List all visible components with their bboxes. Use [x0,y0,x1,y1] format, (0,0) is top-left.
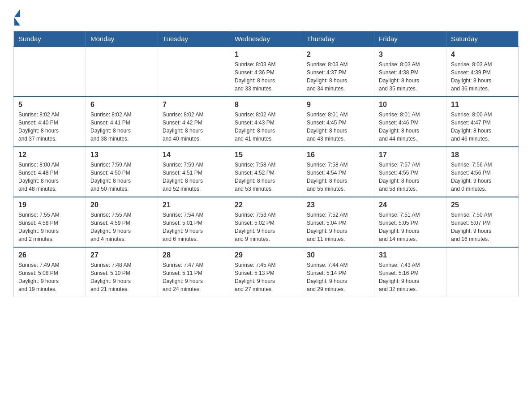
day-of-week-header: Tuesday [158,31,230,47]
calendar-day-cell: 20Sunrise: 7:55 AMSunset: 4:59 PMDayligh… [86,197,158,247]
day-of-week-header: Saturday [446,31,519,47]
day-number: 3 [379,51,442,59]
day-info: Sunrise: 8:02 AMSunset: 4:43 PMDaylight:… [235,111,297,143]
day-number: 10 [379,101,442,109]
day-info: Sunrise: 8:03 AMSunset: 4:39 PMDaylight:… [451,60,514,93]
day-of-week-header: Friday [374,31,446,47]
day-info: Sunrise: 8:03 AMSunset: 4:38 PMDaylight:… [379,60,442,93]
day-number: 26 [18,251,81,259]
day-info: Sunrise: 7:58 AMSunset: 4:54 PMDaylight:… [307,161,369,193]
calendar-day-cell: 6Sunrise: 8:02 AMSunset: 4:41 PMDaylight… [86,97,158,147]
day-number: 6 [90,101,153,109]
day-info: Sunrise: 7:53 AMSunset: 5:02 PMDaylight:… [235,211,297,243]
calendar-header-row: SundayMondayTuesdayWednesdayThursdayFrid… [14,31,519,47]
day-number: 29 [235,251,297,259]
day-number: 31 [379,251,442,259]
day-info: Sunrise: 7:59 AMSunset: 4:50 PMDaylight:… [90,161,153,193]
day-info: Sunrise: 7:45 AMSunset: 5:13 PMDaylight:… [235,261,297,293]
calendar-day-cell: 11Sunrise: 8:00 AMSunset: 4:47 PMDayligh… [446,97,519,147]
calendar-day-cell: 30Sunrise: 7:44 AMSunset: 5:14 PMDayligh… [302,247,374,297]
calendar-day-cell: 27Sunrise: 7:48 AMSunset: 5:10 PMDayligh… [86,247,158,297]
day-number: 23 [307,201,369,209]
calendar-day-cell: 19Sunrise: 7:55 AMSunset: 4:58 PMDayligh… [14,197,86,247]
day-info: Sunrise: 8:00 AMSunset: 4:48 PMDaylight:… [18,161,81,193]
day-number: 8 [235,101,297,109]
calendar-week-row: 12Sunrise: 8:00 AMSunset: 4:48 PMDayligh… [14,147,519,197]
day-info: Sunrise: 8:00 AMSunset: 4:47 PMDaylight:… [451,111,514,143]
day-number: 21 [163,201,225,209]
day-info: Sunrise: 7:52 AMSunset: 5:04 PMDaylight:… [307,211,369,243]
calendar-day-cell: 10Sunrise: 8:01 AMSunset: 4:46 PMDayligh… [374,97,446,147]
day-info: Sunrise: 7:49 AMSunset: 5:08 PMDaylight:… [18,261,81,293]
day-info: Sunrise: 7:57 AMSunset: 4:55 PMDaylight:… [379,161,442,193]
calendar-day-cell: 17Sunrise: 7:57 AMSunset: 4:55 PMDayligh… [374,147,446,197]
day-number: 9 [307,101,369,109]
day-info: Sunrise: 8:03 AMSunset: 4:37 PMDaylight:… [307,60,369,93]
calendar-day-cell [14,47,86,97]
day-info: Sunrise: 8:02 AMSunset: 4:40 PMDaylight:… [18,111,81,143]
calendar-week-row: 19Sunrise: 7:55 AMSunset: 4:58 PMDayligh… [14,197,519,247]
day-info: Sunrise: 7:58 AMSunset: 4:52 PMDaylight:… [235,161,297,193]
day-info: Sunrise: 7:44 AMSunset: 5:14 PMDaylight:… [307,261,369,293]
calendar-day-cell: 12Sunrise: 8:00 AMSunset: 4:48 PMDayligh… [14,147,86,197]
calendar-day-cell: 3Sunrise: 8:03 AMSunset: 4:38 PMDaylight… [374,47,446,97]
calendar-day-cell [86,47,158,97]
day-number: 12 [18,151,81,159]
calendar-day-cell: 2Sunrise: 8:03 AMSunset: 4:37 PMDaylight… [302,47,374,97]
day-number: 20 [90,201,153,209]
calendar-week-row: 1Sunrise: 8:03 AMSunset: 4:36 PMDaylight… [14,47,519,97]
day-number: 11 [451,101,514,109]
day-number: 17 [379,151,442,159]
calendar-day-cell: 18Sunrise: 7:56 AMSunset: 4:56 PMDayligh… [446,147,519,197]
day-number: 27 [90,251,153,259]
day-number: 7 [163,101,225,109]
day-number: 28 [163,251,225,259]
day-number: 22 [235,201,297,209]
calendar-day-cell: 1Sunrise: 8:03 AMSunset: 4:36 PMDaylight… [230,47,302,97]
calendar-day-cell: 14Sunrise: 7:59 AMSunset: 4:51 PMDayligh… [158,147,230,197]
calendar-day-cell: 22Sunrise: 7:53 AMSunset: 5:02 PMDayligh… [230,197,302,247]
calendar-day-cell: 13Sunrise: 7:59 AMSunset: 4:50 PMDayligh… [86,147,158,197]
day-info: Sunrise: 8:03 AMSunset: 4:36 PMDaylight:… [235,60,297,93]
day-number: 14 [163,151,225,159]
calendar-day-cell: 25Sunrise: 7:50 AMSunset: 5:07 PMDayligh… [446,197,519,247]
calendar-day-cell: 4Sunrise: 8:03 AMSunset: 4:39 PMDaylight… [446,47,519,97]
calendar-day-cell: 28Sunrise: 7:47 AMSunset: 5:11 PMDayligh… [158,247,230,297]
calendar-day-cell: 29Sunrise: 7:45 AMSunset: 5:13 PMDayligh… [230,247,302,297]
day-number: 5 [18,101,81,109]
day-number: 30 [307,251,369,259]
day-info: Sunrise: 8:02 AMSunset: 4:42 PMDaylight:… [163,111,225,143]
day-info: Sunrise: 8:01 AMSunset: 4:46 PMDaylight:… [379,111,442,143]
calendar-day-cell: 31Sunrise: 7:43 AMSunset: 5:16 PMDayligh… [374,247,446,297]
calendar-day-cell: 5Sunrise: 8:02 AMSunset: 4:40 PMDaylight… [14,97,86,147]
day-of-week-header: Monday [86,31,158,47]
day-number: 18 [451,151,514,159]
calendar-day-cell: 9Sunrise: 8:01 AMSunset: 4:45 PMDaylight… [302,97,374,147]
calendar-day-cell: 7Sunrise: 8:02 AMSunset: 4:42 PMDaylight… [158,97,230,147]
day-info: Sunrise: 7:56 AMSunset: 4:56 PMDaylight:… [451,161,514,193]
day-number: 13 [90,151,153,159]
logo [13,9,20,22]
day-number: 4 [451,51,514,59]
day-info: Sunrise: 8:02 AMSunset: 4:41 PMDaylight:… [90,111,153,143]
calendar-day-cell: 24Sunrise: 7:51 AMSunset: 5:05 PMDayligh… [374,197,446,247]
day-info: Sunrise: 7:48 AMSunset: 5:10 PMDaylight:… [90,261,153,293]
day-number: 15 [235,151,297,159]
day-info: Sunrise: 7:55 AMSunset: 4:59 PMDaylight:… [90,211,153,243]
day-info: Sunrise: 7:43 AMSunset: 5:16 PMDaylight:… [379,261,442,293]
calendar-day-cell [158,47,230,97]
day-info: Sunrise: 7:59 AMSunset: 4:51 PMDaylight:… [163,161,225,193]
day-number: 16 [307,151,369,159]
calendar-week-row: 5Sunrise: 8:02 AMSunset: 4:40 PMDaylight… [14,97,519,147]
day-number: 24 [379,201,442,209]
day-of-week-header: Wednesday [230,31,302,47]
calendar-day-cell: 23Sunrise: 7:52 AMSunset: 5:04 PMDayligh… [302,197,374,247]
day-info: Sunrise: 7:55 AMSunset: 4:58 PMDaylight:… [18,211,81,243]
day-number: 1 [235,51,297,59]
day-info: Sunrise: 7:47 AMSunset: 5:11 PMDaylight:… [163,261,225,293]
day-number: 2 [307,51,369,59]
calendar-day-cell: 16Sunrise: 7:58 AMSunset: 4:54 PMDayligh… [302,147,374,197]
calendar-table: SundayMondayTuesdayWednesdayThursdayFrid… [13,31,519,297]
day-of-week-header: Sunday [14,31,86,47]
day-info: Sunrise: 7:51 AMSunset: 5:05 PMDaylight:… [379,211,442,243]
